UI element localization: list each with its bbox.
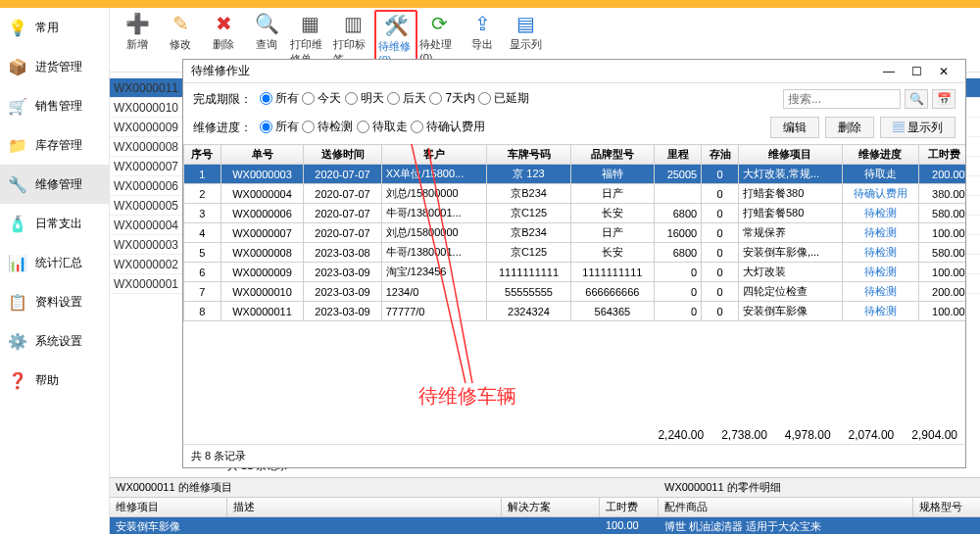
radio-option[interactable]: 后天 xyxy=(387,90,426,107)
grid-footer: 2,240.002,738.004,978.002,074.002,904.00 xyxy=(183,426,965,444)
table-row[interactable]: 8WX00000112023-03-0977777/02324324564365… xyxy=(184,302,966,321)
column-header[interactable]: 里程 xyxy=(655,145,702,165)
toolbar-button-0[interactable]: ➕新增 xyxy=(116,10,159,54)
sidebar-item-8[interactable]: ⚙️系统设置 xyxy=(0,321,109,361)
table-row[interactable]: 1WX00000032020-07-07XX单位/15800...京 123福特… xyxy=(184,165,966,184)
sidebar-label: 系统设置 xyxy=(35,333,82,350)
sidebar-item-6[interactable]: 📊统计汇总 xyxy=(0,243,109,282)
sidebar-item-3[interactable]: 📁库存管理 xyxy=(0,125,109,165)
radio-option[interactable]: 待检测 xyxy=(302,119,353,135)
table-row[interactable]: 4WX00000072020-07-07刘总/15800000京B234日产16… xyxy=(184,223,966,243)
toolbar-button-9[interactable]: ▤显示列 xyxy=(504,10,547,54)
search-button[interactable]: 🔍 xyxy=(905,89,928,109)
sidebar-label: 销售管理 xyxy=(35,98,82,115)
sidebar-item-9[interactable]: ❓帮助 xyxy=(0,361,109,400)
sidebar-item-1[interactable]: 📦进货管理 xyxy=(0,47,109,86)
sidebar-item-5[interactable]: 🧴日常支出 xyxy=(0,204,109,243)
close-button[interactable]: ✕ xyxy=(930,62,957,81)
toolbar-button-1[interactable]: ✎修改 xyxy=(159,10,202,54)
toolbar-icon: ⟳ xyxy=(427,12,451,35)
sidebar-item-2[interactable]: 🛒销售管理 xyxy=(0,86,109,125)
toolbar-icon: ▦ xyxy=(298,12,321,35)
sidebar-label: 库存管理 xyxy=(35,137,82,154)
column-header[interactable]: 品牌型号 xyxy=(570,145,654,165)
filter-label: 完成期限： xyxy=(193,91,252,108)
toolbar-icon: ▤ xyxy=(514,12,537,35)
toolbar-icon: ⇪ xyxy=(470,12,494,35)
radio-option[interactable]: 已延期 xyxy=(478,90,529,107)
filter-row-1: 完成期限： 所有 今天 明天 后天 7天内 已延期 🔍 📅 xyxy=(193,89,956,109)
toolbar-button-2[interactable]: ✖删除 xyxy=(202,10,245,54)
sidebar-label: 帮助 xyxy=(35,372,59,389)
repair-items-panel: WX0000011 的维修项目 维修项目描述解决方案工时费 安装倒车影像100.… xyxy=(110,478,659,534)
panel-title: WX0000011 的维修项目 xyxy=(110,478,659,498)
toolbar-button-3[interactable]: 🔍查询 xyxy=(245,10,288,54)
repair-grid: 序号单号送修时间客户车牌号码品牌型号里程存油维修项目维修进度工时费零件费用合计金… xyxy=(183,144,965,321)
column-header[interactable]: 存油 xyxy=(702,145,739,165)
edit-button[interactable]: 编辑 xyxy=(770,117,819,138)
toolbar-icon: ✖ xyxy=(212,12,235,35)
toolbar-button-8[interactable]: ⇪导出 xyxy=(461,10,504,54)
toolbar-label: 导出 xyxy=(471,37,493,52)
sidebar-icon: 📋 xyxy=(8,292,27,312)
dialog-footer: 共 8 条记录 xyxy=(183,444,965,467)
toolbar-icon: ➕ xyxy=(125,12,149,35)
total-value: 2,074.00 xyxy=(849,428,895,442)
toolbar-icon: ▥ xyxy=(341,12,365,35)
column-header[interactable]: 车牌号码 xyxy=(487,145,570,165)
sidebar-item-7[interactable]: 📋资料设置 xyxy=(0,282,109,321)
toolbar-label: 新增 xyxy=(126,37,148,52)
sidebar-item-0[interactable]: 💡常用 xyxy=(0,8,109,47)
toolbar-label: 显示列 xyxy=(510,37,542,52)
total-value: 2,240.00 xyxy=(658,428,704,442)
column-header[interactable]: 送修时间 xyxy=(304,145,381,165)
column-header[interactable]: 维修项目 xyxy=(738,145,842,165)
radio-option[interactable]: 所有 xyxy=(260,119,299,135)
radio-option[interactable]: 待确认费用 xyxy=(411,119,485,135)
pending-repair-dialog: 待维修作业 — ☐ ✕ 完成期限： 所有 今天 明天 后天 7天内 已延期 🔍 … xyxy=(182,59,966,468)
column-header[interactable]: 单号 xyxy=(220,145,304,165)
table-row[interactable]: 2WX00000042020-07-07刘总/15800000京B234日产0打… xyxy=(184,184,966,204)
sidebar-item-4[interactable]: 🔧维修管理 xyxy=(0,165,109,204)
sidebar-icon: 🛒 xyxy=(8,96,27,116)
table-row[interactable]: 7WX00000102023-03-091234/055555555666666… xyxy=(184,282,966,302)
grid-wrap[interactable]: 序号单号送修时间客户车牌号码品牌型号里程存油维修项目维修进度工时费零件费用合计金… xyxy=(183,144,965,444)
columns-button[interactable]: ▤ 显示列 xyxy=(880,117,956,138)
table-row[interactable]: 6WX00000092023-03-09淘宝/12345611111111111… xyxy=(184,263,966,282)
radio-option[interactable]: 7天内 xyxy=(429,90,475,107)
sidebar-label: 资料设置 xyxy=(35,294,82,311)
toolbar-icon: 🔍 xyxy=(255,12,278,35)
table-row[interactable]: 5WX00000082023-03-08牛哥/1380001...京C125长安… xyxy=(184,243,966,263)
sidebar-icon: 📊 xyxy=(8,253,27,272)
sidebar-label: 统计汇总 xyxy=(35,255,82,271)
toolbar-button-7[interactable]: ⟳待处理(0) xyxy=(417,10,461,66)
toolbar-label: 查询 xyxy=(256,37,277,52)
sidebar-icon: 📁 xyxy=(8,135,27,155)
sidebar-icon: ❓ xyxy=(8,370,27,390)
calendar-button[interactable]: 📅 xyxy=(932,89,956,109)
radio-option[interactable]: 明天 xyxy=(345,90,384,107)
column-header[interactable]: 客户 xyxy=(381,145,487,165)
sidebar-icon: 🧴 xyxy=(8,214,27,233)
column-header[interactable]: 维修进度 xyxy=(843,145,919,165)
toolbar-label: 删除 xyxy=(213,37,234,52)
maximize-button[interactable]: ☐ xyxy=(903,62,930,81)
column-header[interactable]: 序号 xyxy=(184,145,221,165)
delete-button[interactable]: 删除 xyxy=(825,117,874,138)
search-input[interactable] xyxy=(783,89,901,109)
total-value: 4,978.00 xyxy=(785,428,831,442)
minimize-button[interactable]: — xyxy=(875,62,903,81)
sidebar-label: 维修管理 xyxy=(35,176,82,193)
bottom-panels: WX0000011 的维修项目 维修项目描述解决方案工时费 安装倒车影像100.… xyxy=(110,477,980,534)
radio-option[interactable]: 待取走 xyxy=(357,119,408,135)
filter-label: 维修进度： xyxy=(193,120,252,136)
toolbar-icon: ✎ xyxy=(169,12,192,35)
filter-row-2: 维修进度： 所有 待检测 待取走 待确认费用 编辑 删除 ▤ 显示列 xyxy=(193,117,956,138)
column-header[interactable]: 工时费 xyxy=(918,145,965,165)
sidebar-label: 进货管理 xyxy=(35,59,82,75)
panel-title: WX0000011 的零件明细 xyxy=(659,478,980,498)
radio-option[interactable]: 今天 xyxy=(302,90,341,107)
table-row[interactable]: 3WX00000062020-07-07牛哥/1380001...京C125长安… xyxy=(184,204,966,223)
toolbar-icon: 🛠️ xyxy=(384,14,408,37)
radio-option[interactable]: 所有 xyxy=(260,90,299,107)
